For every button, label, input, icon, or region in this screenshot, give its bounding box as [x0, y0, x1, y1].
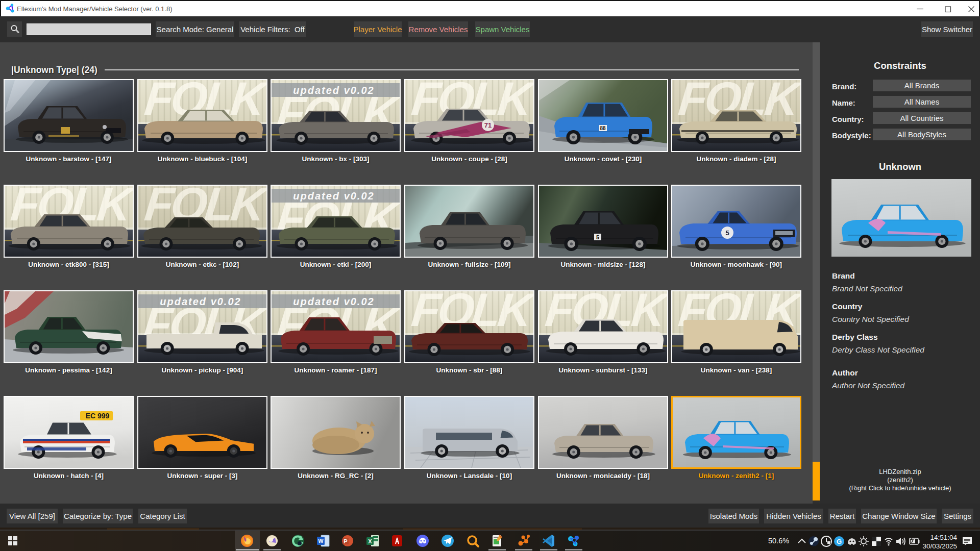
- svg-text:updated v0.02: updated v0.02: [293, 190, 374, 202]
- svg-text:71: 71: [484, 121, 492, 129]
- svg-text:X: X: [368, 538, 372, 544]
- svg-text:5: 5: [725, 229, 729, 237]
- svg-text:updated v0.02: updated v0.02: [160, 296, 241, 307]
- svg-text:88: 88: [600, 126, 606, 131]
- svg-text:5: 5: [596, 234, 599, 240]
- svg-text:EC 999: EC 999: [86, 412, 110, 420]
- svg-text:updated v0.02: updated v0.02: [293, 296, 374, 307]
- svg-text:P: P: [344, 538, 347, 544]
- svg-text:updated v0.02: updated v0.02: [293, 85, 374, 96]
- svg-text:W: W: [318, 538, 324, 544]
- svg-text:G: G: [837, 538, 842, 545]
